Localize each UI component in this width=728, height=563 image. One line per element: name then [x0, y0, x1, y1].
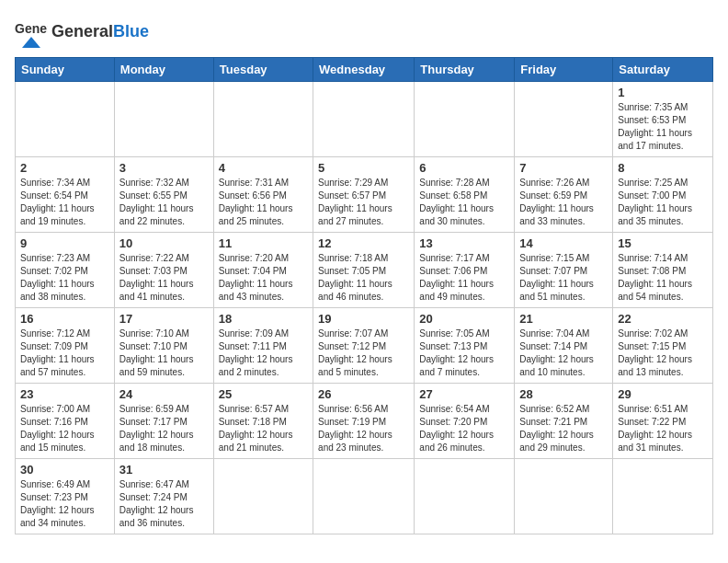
calendar-week-row: 16Sunrise: 7:12 AM Sunset: 7:09 PM Dayli… — [16, 308, 713, 384]
calendar-cell: 30Sunrise: 6:49 AM Sunset: 7:23 PM Dayli… — [16, 459, 115, 534]
day-info: Sunrise: 7:35 AM Sunset: 6:53 PM Dayligh… — [618, 101, 708, 153]
calendar-cell: 27Sunrise: 6:54 AM Sunset: 7:20 PM Dayli… — [415, 384, 515, 459]
calendar-cell: 1Sunrise: 7:35 AM Sunset: 6:53 PM Daylig… — [613, 82, 713, 157]
weekday-header-sunday: Sunday — [16, 58, 115, 82]
day-info: Sunrise: 7:09 AM Sunset: 7:11 PM Dayligh… — [219, 327, 308, 379]
calendar-week-row: 1Sunrise: 7:35 AM Sunset: 6:53 PM Daylig… — [16, 82, 713, 157]
day-info: Sunrise: 7:02 AM Sunset: 7:15 PM Dayligh… — [618, 327, 708, 379]
day-info: Sunrise: 7:07 AM Sunset: 7:12 PM Dayligh… — [318, 327, 409, 379]
day-number: 12 — [318, 236, 409, 250]
day-info: Sunrise: 7:22 AM Sunset: 7:03 PM Dayligh… — [119, 252, 209, 304]
calendar-week-row: 30Sunrise: 6:49 AM Sunset: 7:23 PM Dayli… — [16, 459, 713, 534]
calendar-cell: 20Sunrise: 7:05 AM Sunset: 7:13 PM Dayli… — [415, 308, 515, 384]
calendar-cell: 10Sunrise: 7:22 AM Sunset: 7:03 PM Dayli… — [114, 233, 213, 308]
calendar-cell: 23Sunrise: 7:00 AM Sunset: 7:16 PM Dayli… — [16, 384, 115, 459]
day-info: Sunrise: 7:32 AM Sunset: 6:55 PM Dayligh… — [119, 177, 209, 228]
calendar-cell: 8Sunrise: 7:25 AM Sunset: 7:00 PM Daylig… — [613, 157, 713, 233]
weekday-header-tuesday: Tuesday — [213, 58, 313, 82]
day-info: Sunrise: 7:26 AM Sunset: 6:59 PM Dayligh… — [519, 177, 608, 228]
calendar-cell: 3Sunrise: 7:32 AM Sunset: 6:55 PM Daylig… — [114, 157, 213, 233]
day-info: Sunrise: 7:10 AM Sunset: 7:10 PM Dayligh… — [119, 327, 209, 379]
day-info: Sunrise: 7:14 AM Sunset: 7:08 PM Dayligh… — [618, 252, 708, 304]
svg-text:General: General — [15, 21, 48, 36]
day-number: 13 — [419, 236, 509, 250]
weekday-header-friday: Friday — [515, 58, 613, 82]
calendar-cell: 22Sunrise: 7:02 AM Sunset: 7:15 PM Dayli… — [613, 308, 713, 384]
day-info: Sunrise: 7:17 AM Sunset: 7:06 PM Dayligh… — [419, 252, 509, 304]
weekday-header-thursday: Thursday — [415, 58, 515, 82]
calendar-cell — [313, 82, 415, 157]
calendar-cell: 5Sunrise: 7:29 AM Sunset: 6:57 PM Daylig… — [313, 157, 415, 233]
calendar-week-row: 9Sunrise: 7:23 AM Sunset: 7:02 PM Daylig… — [16, 233, 713, 308]
day-number: 2 — [20, 161, 109, 175]
day-info: Sunrise: 6:47 AM Sunset: 7:24 PM Dayligh… — [119, 478, 209, 530]
calendar-cell: 12Sunrise: 7:18 AM Sunset: 7:05 PM Dayli… — [313, 233, 415, 308]
day-number: 15 — [618, 236, 708, 250]
calendar-cell: 17Sunrise: 7:10 AM Sunset: 7:10 PM Dayli… — [114, 308, 213, 384]
day-number: 5 — [318, 161, 409, 175]
calendar-cell: 11Sunrise: 7:20 AM Sunset: 7:04 PM Dayli… — [213, 233, 313, 308]
calendar-cell: 16Sunrise: 7:12 AM Sunset: 7:09 PM Dayli… — [16, 308, 115, 384]
calendar-cell — [515, 459, 613, 534]
day-number: 28 — [519, 387, 608, 401]
day-number: 22 — [618, 312, 708, 326]
day-number: 6 — [419, 161, 509, 175]
calendar-cell: 6Sunrise: 7:28 AM Sunset: 6:58 PM Daylig… — [415, 157, 515, 233]
day-number: 4 — [219, 161, 308, 175]
day-number: 7 — [519, 161, 608, 175]
day-number: 29 — [618, 387, 708, 401]
day-info: Sunrise: 6:59 AM Sunset: 7:17 PM Dayligh… — [119, 403, 209, 454]
day-info: Sunrise: 6:56 AM Sunset: 7:19 PM Dayligh… — [318, 403, 409, 454]
day-number: 16 — [20, 312, 109, 326]
calendar-cell — [213, 459, 313, 534]
day-info: Sunrise: 7:29 AM Sunset: 6:57 PM Dayligh… — [318, 177, 409, 228]
calendar-cell: 18Sunrise: 7:09 AM Sunset: 7:11 PM Dayli… — [213, 308, 313, 384]
day-number: 11 — [219, 236, 308, 250]
calendar-header-row: SundayMondayTuesdayWednesdayThursdayFrid… — [16, 58, 713, 82]
day-number: 1 — [618, 86, 708, 99]
day-number: 21 — [519, 312, 608, 326]
weekday-header-wednesday: Wednesday — [313, 58, 415, 82]
calendar-cell: 14Sunrise: 7:15 AM Sunset: 7:07 PM Dayli… — [515, 233, 613, 308]
day-info: Sunrise: 7:04 AM Sunset: 7:14 PM Dayligh… — [519, 327, 608, 379]
calendar-cell — [213, 82, 313, 157]
day-info: Sunrise: 7:00 AM Sunset: 7:16 PM Dayligh… — [20, 403, 109, 454]
logo: General GeneralBlue — [15, 15, 149, 48]
day-info: Sunrise: 7:25 AM Sunset: 7:00 PM Dayligh… — [618, 177, 708, 228]
calendar-cell: 7Sunrise: 7:26 AM Sunset: 6:59 PM Daylig… — [515, 157, 613, 233]
day-info: Sunrise: 7:15 AM Sunset: 7:07 PM Dayligh… — [519, 252, 608, 304]
day-info: Sunrise: 7:20 AM Sunset: 7:04 PM Dayligh… — [219, 252, 308, 304]
day-number: 18 — [219, 312, 308, 326]
calendar-cell: 29Sunrise: 6:51 AM Sunset: 7:22 PM Dayli… — [613, 384, 713, 459]
day-number: 30 — [20, 463, 109, 477]
day-info: Sunrise: 7:12 AM Sunset: 7:09 PM Dayligh… — [20, 327, 109, 379]
day-info: Sunrise: 6:51 AM Sunset: 7:22 PM Dayligh… — [618, 403, 708, 454]
calendar-cell: 19Sunrise: 7:07 AM Sunset: 7:12 PM Dayli… — [313, 308, 415, 384]
logo-text: GeneralBlue — [51, 23, 149, 40]
day-info: Sunrise: 7:28 AM Sunset: 6:58 PM Dayligh… — [419, 177, 509, 228]
calendar-cell: 2Sunrise: 7:34 AM Sunset: 6:54 PM Daylig… — [16, 157, 115, 233]
day-number: 10 — [119, 236, 209, 250]
calendar-cell: 4Sunrise: 7:31 AM Sunset: 6:56 PM Daylig… — [213, 157, 313, 233]
day-number: 31 — [119, 463, 209, 477]
calendar-cell: 24Sunrise: 6:59 AM Sunset: 7:17 PM Dayli… — [114, 384, 213, 459]
calendar-cell — [515, 82, 613, 157]
day-info: Sunrise: 7:18 AM Sunset: 7:05 PM Dayligh… — [318, 252, 409, 304]
day-number: 20 — [419, 312, 509, 326]
day-number: 3 — [119, 161, 209, 175]
svg-marker-1 — [22, 37, 40, 48]
day-info: Sunrise: 6:49 AM Sunset: 7:23 PM Dayligh… — [20, 478, 109, 530]
day-info: Sunrise: 6:52 AM Sunset: 7:21 PM Dayligh… — [519, 403, 608, 454]
calendar-cell — [415, 459, 515, 534]
calendar-cell — [16, 82, 115, 157]
day-info: Sunrise: 7:23 AM Sunset: 7:02 PM Dayligh… — [20, 252, 109, 304]
day-info: Sunrise: 7:05 AM Sunset: 7:13 PM Dayligh… — [419, 327, 509, 379]
calendar-cell: 25Sunrise: 6:57 AM Sunset: 7:18 PM Dayli… — [213, 384, 313, 459]
calendar-cell — [114, 82, 213, 157]
day-number: 27 — [419, 387, 509, 401]
day-info: Sunrise: 7:34 AM Sunset: 6:54 PM Dayligh… — [20, 177, 109, 228]
page-header: General GeneralBlue — [15, 15, 713, 48]
weekday-header-saturday: Saturday — [613, 58, 713, 82]
day-number: 9 — [20, 236, 109, 250]
calendar-cell: 26Sunrise: 6:56 AM Sunset: 7:19 PM Dayli… — [313, 384, 415, 459]
